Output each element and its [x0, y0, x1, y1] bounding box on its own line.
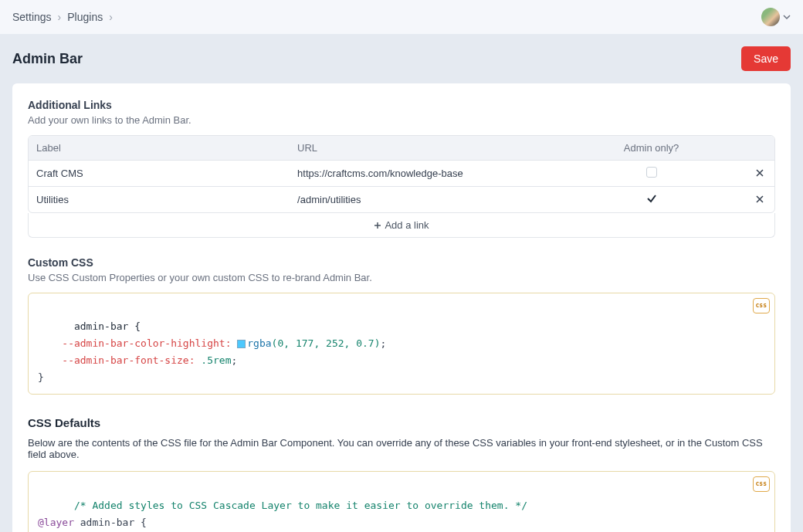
additional-links-section: Additional Links Add your own links to t… [28, 99, 775, 238]
cell-label[interactable]: Utilities [29, 187, 290, 212]
cell-label[interactable]: Craft CMS [29, 161, 290, 187]
code-line: admin-bar { [74, 320, 141, 332]
breadcrumb: Settings › Plugins › [12, 11, 113, 23]
table-row: Utilities /admin/utilities [29, 187, 774, 212]
code-token: --admin-bar-font-size: [62, 354, 195, 366]
code-token: ; [381, 337, 387, 349]
color-swatch-icon [237, 340, 246, 348]
section-title: Custom CSS [28, 256, 775, 269]
close-icon [756, 195, 764, 203]
code-token: ; [231, 354, 237, 366]
custom-css-editor[interactable]: cssadmin-bar { --admin-bar-color-highlig… [28, 293, 775, 395]
breadcrumb-separator: › [58, 11, 62, 23]
avatar [761, 8, 780, 26]
css-defaults-viewer[interactable]: css/* Added styles to CSS Cascade Layer … [28, 471, 775, 532]
section-title: CSS Defaults [28, 416, 775, 429]
settings-panel: Additional Links Add your own links to t… [12, 83, 791, 532]
links-table: Label URL Admin only? Craft CMS https://… [28, 135, 775, 213]
custom-css-section: Custom CSS Use CSS Custom Properties or … [28, 256, 775, 395]
breadcrumb-separator: › [109, 11, 113, 23]
cell-admin-only[interactable] [558, 161, 745, 187]
code-token: rgba [247, 337, 271, 349]
save-button[interactable]: Save [741, 46, 791, 71]
th-delete [744, 136, 774, 161]
section-desc: Use CSS Custom Properties or your own cu… [28, 272, 775, 283]
table-row: Craft CMS https://craftcms.com/knowledge… [29, 161, 774, 187]
code-token: --admin-bar-color-highlight: [62, 337, 231, 349]
code-line: } [38, 371, 44, 383]
cell-url[interactable]: /admin/utilities [290, 187, 558, 212]
css-badge: css [753, 476, 770, 492]
breadcrumb-plugins[interactable]: Plugins [67, 11, 103, 23]
add-link-label: Add a link [385, 219, 429, 231]
checkmark-icon [646, 193, 657, 204]
delete-row-button[interactable] [744, 187, 774, 212]
css-defaults-section: CSS Defaults Below are the contents of t… [28, 416, 775, 532]
th-url: URL [290, 136, 558, 161]
section-desc: Below are the contents of the CSS file f… [28, 437, 775, 460]
th-label: Label [29, 136, 290, 161]
code-token: .5rem [195, 354, 232, 366]
chevron-down-icon [783, 13, 791, 21]
breadcrumb-settings[interactable]: Settings [12, 11, 52, 23]
code-token: @layer [38, 517, 74, 528]
title-row: Admin Bar Save [0, 34, 803, 83]
code-line: /* Added styles to CSS Cascade Layer to … [74, 500, 527, 511]
close-icon [756, 169, 764, 177]
page-title: Admin Bar [12, 51, 83, 67]
code-token: admin-bar { [74, 517, 147, 528]
topbar: Settings › Plugins › [0, 0, 803, 34]
plus-icon [374, 222, 381, 229]
cell-admin-only[interactable] [558, 187, 745, 212]
code-token: (0, 177, 252, 0.7) [272, 337, 381, 349]
css-badge: css [753, 298, 770, 313]
add-link-button[interactable]: Add a link [28, 213, 775, 238]
section-desc: Add your own links to the Admin Bar. [28, 114, 775, 126]
cell-url[interactable]: https://craftcms.com/knowledge-base [290, 161, 558, 187]
th-admin-only: Admin only? [558, 136, 745, 161]
section-title: Additional Links [28, 99, 775, 111]
checkbox-unchecked-icon[interactable] [646, 167, 657, 178]
user-menu[interactable] [761, 8, 791, 26]
delete-row-button[interactable] [744, 161, 774, 187]
